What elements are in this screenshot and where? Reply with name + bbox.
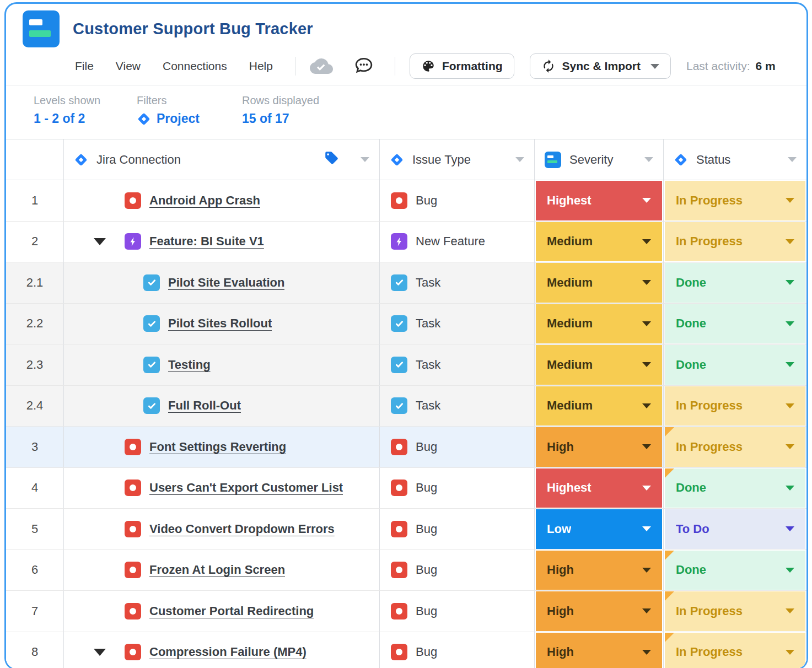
sync-import-label: Sync & Import [562,60,641,73]
severity-dropdown[interactable]: Low [536,509,662,549]
menu-help[interactable]: Help [249,60,273,73]
issue-link[interactable]: Android App Crash [149,193,260,208]
table-row: 4Users Can't Export Customer ListBugHigh… [6,468,806,509]
severity-dropdown[interactable]: Medium [536,345,662,385]
issue-link[interactable]: Feature: BI Suite V1 [149,234,264,249]
status-dropdown[interactable]: Done [665,345,805,385]
column-header-issue-type[interactable]: Issue Type [380,139,535,180]
severity-dropdown[interactable]: Highest [536,468,662,508]
expand-caret-icon[interactable] [94,238,106,245]
column-header-status[interactable]: Status [664,139,806,180]
status-dropdown[interactable]: In Progress [665,591,805,631]
severity-dropdown[interactable]: High [536,551,662,590]
issue-type-cell: New Feature [380,222,535,262]
jira-connection-cell: Android App Crash [64,180,380,221]
status-cell: In Progress [664,222,806,262]
row-number[interactable]: 5 [6,509,64,550]
issue-type-label: Task [416,358,440,372]
severity-dropdown[interactable]: Highest [536,181,662,220]
status-dropdown[interactable]: Done [665,263,805,303]
severity-dropdown[interactable]: Medium [536,304,662,344]
menu-connections[interactable]: Connections [163,60,227,73]
cloud-saved-icon[interactable] [310,57,333,75]
row-number[interactable]: 7 [6,591,64,632]
jira-connection-cell: Full Roll-Out [64,386,380,427]
row-number[interactable]: 8 [6,632,64,668]
menu-view[interactable]: View [116,60,141,73]
issue-link[interactable]: Pilot Sites Rollout [168,316,272,331]
issue-link[interactable]: Frozen At Login Screen [149,563,285,577]
severity-dropdown[interactable]: Medium [536,263,662,303]
row-number[interactable]: 2.1 [6,262,64,303]
status-dropdown[interactable]: In Progress [665,222,805,262]
issue-type-cell: Task [380,386,535,427]
row-number[interactable]: 2 [6,222,64,262]
sync-import-button[interactable]: Sync & Import [530,53,671,79]
row-number[interactable]: 6 [6,550,64,591]
status-dropdown[interactable]: In Progress [665,386,805,426]
jira-connection-cell: Compression Failure (MP4) [64,632,380,668]
app-logo-icon [23,10,60,47]
comments-icon[interactable] [353,55,375,77]
status-cell: In Progress [664,180,806,221]
severity-cell: High [535,591,664,632]
status-dropdown[interactable]: Done [665,304,805,344]
issue-link[interactable]: Customer Portal Redirecting [149,604,314,618]
severity-dropdown[interactable]: High [536,427,662,467]
issue-link[interactable]: Testing [168,358,211,372]
issue-type-cell: Bug [380,427,535,467]
chevron-down-icon[interactable] [788,157,797,162]
severity-dropdown[interactable]: High [536,633,662,668]
issue-type-label: Bug [416,604,437,618]
issue-link[interactable]: Video Convert Dropdown Errors [149,522,335,536]
issue-link[interactable]: Font Settings Reverting [149,440,286,454]
chevron-down-icon[interactable] [361,157,369,162]
levels-shown-value[interactable]: 1 - 2 of 2 [34,111,100,126]
table-row: 6Frozen At Login ScreenBugHighDone [6,550,806,591]
divider [295,57,295,76]
bug-icon [125,521,141,537]
jira-connection-cell: Testing [64,344,380,385]
issue-type-cell: Bug [380,550,535,591]
column-header-jira-connection[interactable]: Jira Connection [64,139,380,180]
status-dropdown[interactable]: In Progress [665,633,805,668]
status-dropdown[interactable]: Done [665,551,805,590]
menu-file[interactable]: File [75,60,94,73]
chevron-down-icon [786,568,794,573]
severity-dropdown[interactable]: Medium [536,222,662,262]
row-number[interactable]: 1 [6,180,64,221]
jira-connection-cell: Font Settings Reverting [64,427,380,467]
status-dropdown[interactable]: In Progress [665,181,805,220]
issue-type-label: Bug [416,193,437,208]
row-number[interactable]: 2.3 [6,344,64,385]
formatting-button[interactable]: Formatting [410,53,514,79]
tag-icon[interactable] [324,150,339,169]
chevron-down-icon [642,526,651,531]
row-number[interactable]: 4 [6,468,64,509]
status-dropdown[interactable]: In Progress [665,427,805,467]
row-number[interactable]: 2.2 [6,304,64,344]
column-header-severity[interactable]: Severity [535,139,664,180]
issue-link[interactable]: Pilot Site Evaluation [168,276,284,290]
issue-link[interactable]: Full Roll-Out [168,398,241,413]
status-dropdown[interactable]: To Do [665,509,805,549]
chevron-down-icon [786,403,794,408]
issue-link[interactable]: Compression Failure (MP4) [149,645,306,659]
table-row: 5Video Convert Dropdown ErrorsBugLowTo D… [6,509,806,550]
expand-caret-icon[interactable] [94,649,106,656]
severity-cell: Highest [535,468,664,509]
row-number[interactable]: 3 [6,427,64,467]
chevron-down-icon[interactable] [515,157,524,162]
rows-displayed-value[interactable]: 15 of 17 [242,111,319,126]
issue-link[interactable]: Users Can't Export Customer List [149,481,343,495]
issue-type-cell: Task [380,344,535,385]
severity-dropdown[interactable]: Medium [536,386,662,426]
filters-value[interactable]: Project [137,111,200,126]
chevron-down-icon[interactable] [644,157,653,162]
severity-dropdown[interactable]: High [536,591,662,631]
table-row: 2.3TestingTaskMediumDone [6,344,806,386]
row-number[interactable]: 2.4 [6,386,64,427]
task-icon [143,357,160,373]
issue-type-cell: Bug [380,509,535,550]
status-dropdown[interactable]: Done [665,468,805,508]
